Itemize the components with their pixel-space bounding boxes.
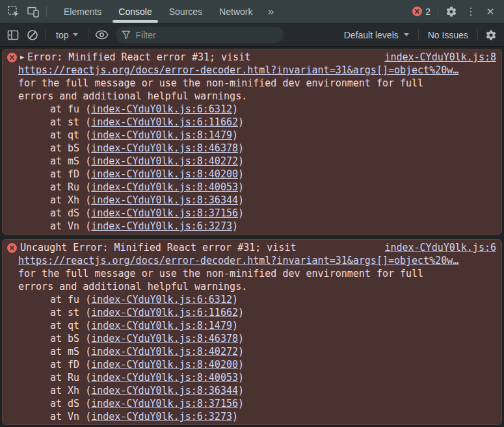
tab-sources[interactable]: Sources [161,0,211,23]
stack-frame-prefix: at qt ( [50,129,91,141]
issues-counter[interactable]: No Issues [422,30,474,40]
stack-frame-link[interactable]: index-CYduY0lk.js:6:11662 [91,116,238,128]
stack-frame-prefix: at fu ( [50,103,91,115]
stack-frame-link[interactable]: index-CYduY0lk.js:8:1479 [91,320,232,331]
stack-frame-line: at Ru (index-CYduY0lk.js:8:40053) [7,181,496,194]
stack-frame-suffix: ) [232,411,238,422]
more-tabs-icon[interactable]: » [261,3,280,21]
stack-frame-suffix: ) [232,220,238,232]
stack-frame-link[interactable]: index-CYduY0lk.js:8:1479 [91,129,232,141]
stack-frame-suffix: ) [232,294,238,305]
stack-frame-link[interactable]: index-CYduY0lk.js:6:11662 [91,307,238,318]
stack-frame-suffix: ) [238,207,244,219]
stack-frame-line: at Vn (index-CYduY0lk.js:6:3273) [7,410,496,423]
stack-frame-link[interactable]: index-CYduY0lk.js:8:37156 [91,398,238,409]
tab-console[interactable]: Console [110,0,160,23]
inspect-element-icon[interactable] [4,3,23,21]
stack-frame-prefix: at fD ( [50,168,91,180]
stack-frame-suffix: ) [232,103,238,115]
stack-frame-link[interactable]: index-CYduY0lk.js:6:6312 [91,103,232,115]
error-circle-icon [7,243,17,253]
expand-triangle-icon[interactable]: ▶ [20,51,24,64]
stack-frame-link[interactable]: index-CYduY0lk.js:6:3273 [91,220,232,232]
stack-frame-prefix: at fD ( [50,359,91,370]
tab-elements[interactable]: Elements [55,0,110,23]
error-url-line: https://reactjs.org/docs/error-decoder.h… [7,254,496,267]
stack-frame-line: at st (index-CYduY0lk.js:6:11662) [7,306,496,319]
stack-frame-line: at fu (index-CYduY0lk.js:6:6312) [7,103,496,116]
stack-frame-link[interactable]: index-CYduY0lk.js:6:6312 [91,294,232,305]
settings-gear-icon[interactable] [442,3,461,21]
error-count: 2 [425,6,431,17]
block-slash-icon [26,29,39,42]
stack-frame-prefix: at bS ( [50,142,91,154]
source-location-link[interactable]: index-CYduY0lk.js:8 [384,51,496,64]
stack-frame-suffix: ) [238,372,244,383]
levels-label: Default levels [344,30,399,40]
gear-icon [485,29,497,41]
stack-frame-prefix: at Vn ( [50,220,91,232]
stack-frame-suffix: ) [238,155,244,167]
error-decoder-url-link[interactable]: https://reactjs.org/docs/error-decoder.h… [18,255,458,266]
error-decoder-url-link[interactable]: https://reactjs.org/docs/error-decoder.h… [18,64,458,76]
toolbar-divider [88,29,88,40]
device-toolbar-icon[interactable] [23,3,43,21]
stack-frame-line: at bS (index-CYduY0lk.js:8:46378) [7,142,496,155]
console-settings-gear-icon[interactable] [481,26,501,44]
sidebar-panel-icon [7,29,20,42]
stack-frame-link[interactable]: index-CYduY0lk.js:8:37156 [91,207,238,219]
stack-frame-link[interactable]: index-CYduY0lk.js:8:40053 [91,181,238,193]
stack-frame-prefix: at mS ( [50,155,91,167]
filter-input[interactable] [116,27,284,43]
toolbar-divider [418,29,419,40]
chevron-down-icon [73,33,78,36]
stack-frame-link[interactable]: index-CYduY0lk.js:8:46378 [91,333,238,344]
kebab-menu-icon[interactable]: ⋮ [461,3,481,21]
stack-frame-link[interactable]: index-CYduY0lk.js:8:40272 [91,155,238,167]
stack-frame-link[interactable]: index-CYduY0lk.js:8:36344 [91,385,238,396]
close-devtools-icon[interactable]: ✕ [481,3,500,21]
stack-frame-line: at st (index-CYduY0lk.js:6:11662) [7,116,496,129]
error-message-line: errors and additional helpful warnings. [7,90,496,103]
chevron-down-icon [404,33,409,36]
clear-console-icon[interactable] [23,26,42,44]
stack-frame-link[interactable]: index-CYduY0lk.js:8:40053 [91,372,238,383]
stack-frame-line: at fD (index-CYduY0lk.js:8:40200) [7,358,496,371]
stack-frame-suffix: ) [238,142,244,154]
stack-frame-suffix: ) [238,307,244,318]
source-location-link[interactable]: index-CYduY0lk.js:6 [384,241,496,254]
stack-frame-suffix: ) [238,194,244,206]
stack-frame-link[interactable]: index-CYduY0lk.js:8:46378 [91,142,238,154]
stack-frame-suffix: ) [238,168,244,180]
context-label: top [56,30,68,40]
stack-frame-prefix: at Ru ( [50,181,91,193]
stack-frame-line: at dS (index-CYduY0lk.js:8:37156) [7,207,496,220]
stack-frame-prefix: at qt ( [50,320,91,331]
stack-frame-link[interactable]: index-CYduY0lk.js:6:3273 [91,411,232,422]
error-message-line: errors and additional helpful warnings. [7,280,496,293]
javascript-context-selector[interactable]: top [49,30,85,40]
eye-icon [95,28,109,42]
error-count-badge[interactable]: 2 [408,6,434,17]
console-messages: ▶ Error: Minified React error #31; visit… [0,47,504,425]
error-message-line: for the full message or use the non-mini… [7,77,496,90]
error-circle-icon [7,53,17,62]
stack-frame-line: at dS (index-CYduY0lk.js:8:37156) [7,397,496,410]
stack-frame-link[interactable]: index-CYduY0lk.js:8:36344 [91,194,238,206]
error-message-text: Error: Minified React error #31; visit [27,51,378,64]
stack-frame-prefix: at st ( [50,307,91,318]
live-expression-eye-icon[interactable] [92,26,111,44]
log-levels-dropdown[interactable]: Default levels [338,30,415,40]
toolbar-divider [438,6,438,17]
stack-frame-link[interactable]: index-CYduY0lk.js:8:40200 [91,359,238,370]
stack-trace: at fu (index-CYduY0lk.js:6:6312) at st (… [7,103,496,233]
stack-frame-suffix: ) [232,129,238,141]
stack-frame-link[interactable]: index-CYduY0lk.js:8:40272 [91,346,238,357]
stack-frame-suffix: ) [238,398,244,409]
tab-network[interactable]: Network [211,0,261,23]
error-head-row: Uncaught Error: Minified React error #31… [7,241,496,254]
stack-frame-link[interactable]: index-CYduY0lk.js:8:40200 [91,168,238,180]
stack-frame-line: at qt (index-CYduY0lk.js:8:1479) [7,129,496,142]
panel-tabs: Elements Console Sources Network [55,0,261,23]
console-sidebar-toggle-icon[interactable] [3,26,23,44]
